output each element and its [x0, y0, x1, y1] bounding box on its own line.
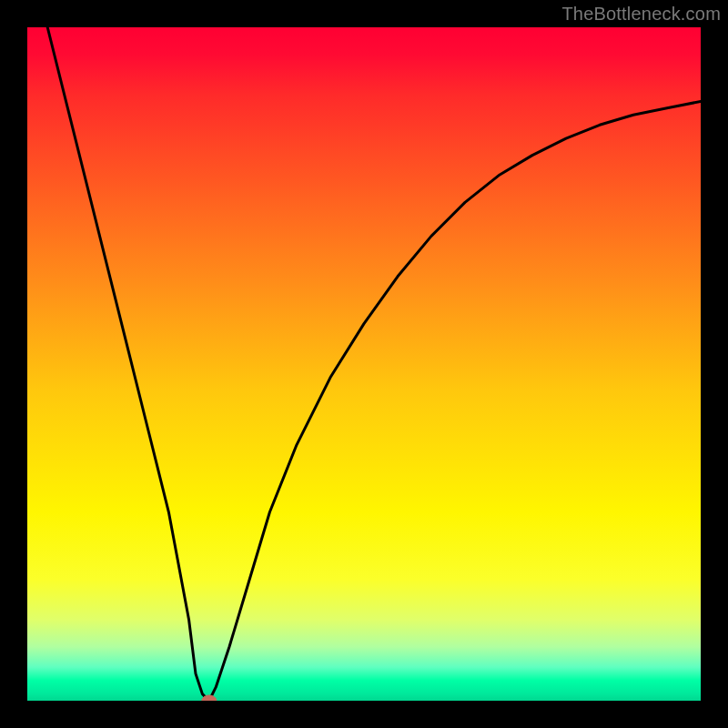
plot-area — [27, 27, 701, 701]
watermark-text: TheBottleneck.com — [561, 4, 721, 25]
bottleneck-curve — [47, 27, 701, 701]
curve-layer — [27, 27, 701, 701]
chart-frame: TheBottleneck.com — [0, 0, 728, 728]
